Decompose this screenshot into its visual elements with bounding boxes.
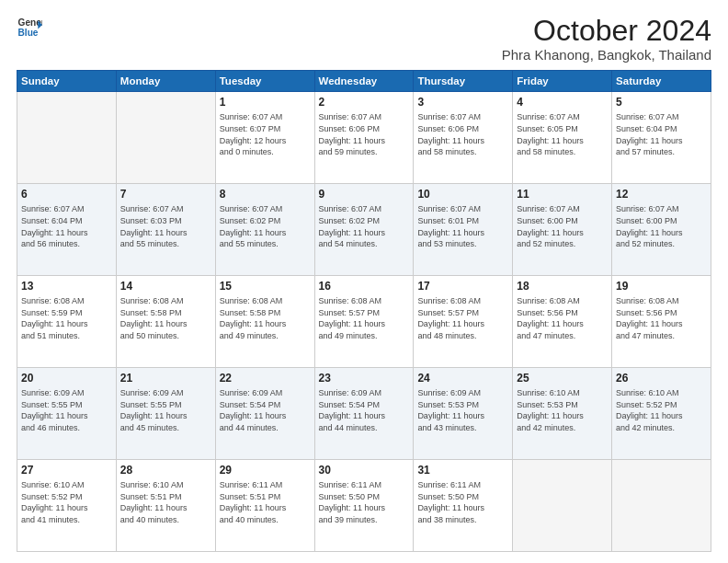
day-number: 16 bbox=[319, 279, 410, 293]
calendar-cell bbox=[116, 92, 215, 184]
day-info: Sunrise: 6:11 AM Sunset: 5:50 PM Dayligh… bbox=[417, 479, 508, 525]
weekday-header-row: Sunday Monday Tuesday Wednesday Thursday… bbox=[17, 71, 711, 92]
day-number: 1 bbox=[220, 95, 311, 109]
calendar-cell: 2Sunrise: 6:07 AM Sunset: 6:06 PM Daylig… bbox=[314, 92, 414, 184]
day-info: Sunrise: 6:08 AM Sunset: 5:56 PM Dayligh… bbox=[616, 295, 707, 341]
day-info: Sunrise: 6:09 AM Sunset: 5:53 PM Dayligh… bbox=[417, 387, 508, 433]
calendar-cell: 26Sunrise: 6:10 AM Sunset: 5:52 PM Dayli… bbox=[612, 368, 711, 460]
calendar-cell: 6Sunrise: 6:07 AM Sunset: 6:04 PM Daylig… bbox=[17, 184, 117, 276]
logo: General Blue bbox=[17, 15, 42, 40]
calendar-cell: 27Sunrise: 6:10 AM Sunset: 5:52 PM Dayli… bbox=[17, 460, 117, 552]
svg-text:Blue: Blue bbox=[18, 28, 39, 38]
day-info: Sunrise: 6:11 AM Sunset: 5:51 PM Dayligh… bbox=[220, 479, 311, 525]
header-monday: Monday bbox=[116, 71, 215, 92]
day-number: 12 bbox=[616, 187, 707, 201]
day-number: 24 bbox=[417, 371, 508, 385]
calendar-cell: 7Sunrise: 6:07 AM Sunset: 6:03 PM Daylig… bbox=[116, 184, 215, 276]
calendar-week-row: 6Sunrise: 6:07 AM Sunset: 6:04 PM Daylig… bbox=[17, 184, 711, 276]
calendar-cell: 5Sunrise: 6:07 AM Sunset: 6:04 PM Daylig… bbox=[612, 92, 711, 184]
day-number: 28 bbox=[120, 463, 211, 477]
calendar-cell: 23Sunrise: 6:09 AM Sunset: 5:54 PM Dayli… bbox=[314, 368, 414, 460]
calendar-cell: 15Sunrise: 6:08 AM Sunset: 5:58 PM Dayli… bbox=[215, 276, 314, 368]
calendar-cell: 8Sunrise: 6:07 AM Sunset: 6:02 PM Daylig… bbox=[215, 184, 314, 276]
day-number: 9 bbox=[319, 187, 410, 201]
calendar-cell: 16Sunrise: 6:08 AM Sunset: 5:57 PM Dayli… bbox=[314, 276, 414, 368]
day-number: 2 bbox=[319, 95, 410, 109]
day-number: 31 bbox=[417, 463, 508, 477]
calendar-cell: 31Sunrise: 6:11 AM Sunset: 5:50 PM Dayli… bbox=[414, 460, 513, 552]
day-number: 14 bbox=[120, 279, 211, 293]
header-wednesday: Wednesday bbox=[314, 71, 414, 92]
calendar-cell bbox=[612, 460, 711, 552]
header: General Blue October 2024 Phra Khanong, … bbox=[17, 15, 711, 63]
day-info: Sunrise: 6:09 AM Sunset: 5:54 PM Dayligh… bbox=[220, 387, 311, 433]
day-info: Sunrise: 6:07 AM Sunset: 6:06 PM Dayligh… bbox=[319, 111, 410, 157]
calendar-cell: 4Sunrise: 6:07 AM Sunset: 6:05 PM Daylig… bbox=[513, 92, 612, 184]
calendar-cell: 1Sunrise: 6:07 AM Sunset: 6:07 PM Daylig… bbox=[215, 92, 314, 184]
day-number: 15 bbox=[220, 279, 311, 293]
day-info: Sunrise: 6:08 AM Sunset: 5:59 PM Dayligh… bbox=[21, 295, 112, 341]
calendar-cell: 11Sunrise: 6:07 AM Sunset: 6:00 PM Dayli… bbox=[513, 184, 612, 276]
day-number: 23 bbox=[319, 371, 410, 385]
page: General Blue October 2024 Phra Khanong, … bbox=[0, 0, 728, 563]
calendar-cell: 12Sunrise: 6:07 AM Sunset: 6:00 PM Dayli… bbox=[612, 184, 711, 276]
day-number: 13 bbox=[21, 279, 112, 293]
day-number: 5 bbox=[616, 95, 707, 109]
day-info: Sunrise: 6:10 AM Sunset: 5:53 PM Dayligh… bbox=[517, 387, 608, 433]
day-number: 17 bbox=[417, 279, 508, 293]
calendar-cell: 29Sunrise: 6:11 AM Sunset: 5:51 PM Dayli… bbox=[215, 460, 314, 552]
calendar-week-row: 27Sunrise: 6:10 AM Sunset: 5:52 PM Dayli… bbox=[17, 460, 711, 552]
day-number: 30 bbox=[319, 463, 410, 477]
calendar-cell: 13Sunrise: 6:08 AM Sunset: 5:59 PM Dayli… bbox=[17, 276, 117, 368]
day-info: Sunrise: 6:08 AM Sunset: 5:57 PM Dayligh… bbox=[417, 295, 508, 341]
calendar-week-row: 20Sunrise: 6:09 AM Sunset: 5:55 PM Dayli… bbox=[17, 368, 711, 460]
calendar-cell: 17Sunrise: 6:08 AM Sunset: 5:57 PM Dayli… bbox=[414, 276, 513, 368]
header-friday: Friday bbox=[513, 71, 612, 92]
day-number: 11 bbox=[517, 187, 608, 201]
subtitle: Phra Khanong, Bangkok, Thailand bbox=[502, 47, 711, 63]
day-number: 18 bbox=[517, 279, 608, 293]
calendar-cell: 19Sunrise: 6:08 AM Sunset: 5:56 PM Dayli… bbox=[612, 276, 711, 368]
calendar-cell: 24Sunrise: 6:09 AM Sunset: 5:53 PM Dayli… bbox=[414, 368, 513, 460]
day-number: 20 bbox=[21, 371, 112, 385]
calendar-cell: 21Sunrise: 6:09 AM Sunset: 5:55 PM Dayli… bbox=[116, 368, 215, 460]
calendar-cell bbox=[513, 460, 612, 552]
calendar-table: Sunday Monday Tuesday Wednesday Thursday… bbox=[17, 70, 711, 552]
day-number: 26 bbox=[616, 371, 707, 385]
day-number: 29 bbox=[220, 463, 311, 477]
day-info: Sunrise: 6:07 AM Sunset: 6:02 PM Dayligh… bbox=[319, 203, 410, 249]
day-number: 19 bbox=[616, 279, 707, 293]
title-block: October 2024 Phra Khanong, Bangkok, Thai… bbox=[502, 15, 711, 63]
day-number: 3 bbox=[417, 95, 508, 109]
day-info: Sunrise: 6:07 AM Sunset: 6:00 PM Dayligh… bbox=[517, 203, 608, 249]
calendar-cell: 20Sunrise: 6:09 AM Sunset: 5:55 PM Dayli… bbox=[17, 368, 117, 460]
calendar-cell: 18Sunrise: 6:08 AM Sunset: 5:56 PM Dayli… bbox=[513, 276, 612, 368]
day-info: Sunrise: 6:10 AM Sunset: 5:51 PM Dayligh… bbox=[120, 479, 211, 525]
header-thursday: Thursday bbox=[414, 71, 513, 92]
day-info: Sunrise: 6:10 AM Sunset: 5:52 PM Dayligh… bbox=[21, 479, 112, 525]
day-number: 25 bbox=[517, 371, 608, 385]
header-saturday: Saturday bbox=[612, 71, 711, 92]
day-info: Sunrise: 6:07 AM Sunset: 6:00 PM Dayligh… bbox=[616, 203, 707, 249]
day-info: Sunrise: 6:07 AM Sunset: 6:03 PM Dayligh… bbox=[120, 203, 211, 249]
day-number: 7 bbox=[120, 187, 211, 201]
day-info: Sunrise: 6:09 AM Sunset: 5:55 PM Dayligh… bbox=[21, 387, 112, 433]
logo-icon: General Blue bbox=[17, 15, 42, 40]
calendar-cell bbox=[17, 92, 117, 184]
day-info: Sunrise: 6:07 AM Sunset: 6:01 PM Dayligh… bbox=[417, 203, 508, 249]
calendar-week-row: 13Sunrise: 6:08 AM Sunset: 5:59 PM Dayli… bbox=[17, 276, 711, 368]
day-number: 4 bbox=[517, 95, 608, 109]
calendar-cell: 9Sunrise: 6:07 AM Sunset: 6:02 PM Daylig… bbox=[314, 184, 414, 276]
day-info: Sunrise: 6:08 AM Sunset: 5:56 PM Dayligh… bbox=[517, 295, 608, 341]
calendar-cell: 30Sunrise: 6:11 AM Sunset: 5:50 PM Dayli… bbox=[314, 460, 414, 552]
day-info: Sunrise: 6:07 AM Sunset: 6:07 PM Dayligh… bbox=[220, 111, 311, 157]
day-info: Sunrise: 6:08 AM Sunset: 5:58 PM Dayligh… bbox=[120, 295, 211, 341]
day-info: Sunrise: 6:07 AM Sunset: 6:05 PM Dayligh… bbox=[517, 111, 608, 157]
day-number: 10 bbox=[417, 187, 508, 201]
calendar-cell: 28Sunrise: 6:10 AM Sunset: 5:51 PM Dayli… bbox=[116, 460, 215, 552]
day-number: 8 bbox=[220, 187, 311, 201]
day-info: Sunrise: 6:11 AM Sunset: 5:50 PM Dayligh… bbox=[319, 479, 410, 525]
day-info: Sunrise: 6:07 AM Sunset: 6:04 PM Dayligh… bbox=[21, 203, 112, 249]
day-number: 22 bbox=[220, 371, 311, 385]
calendar-cell: 10Sunrise: 6:07 AM Sunset: 6:01 PM Dayli… bbox=[414, 184, 513, 276]
